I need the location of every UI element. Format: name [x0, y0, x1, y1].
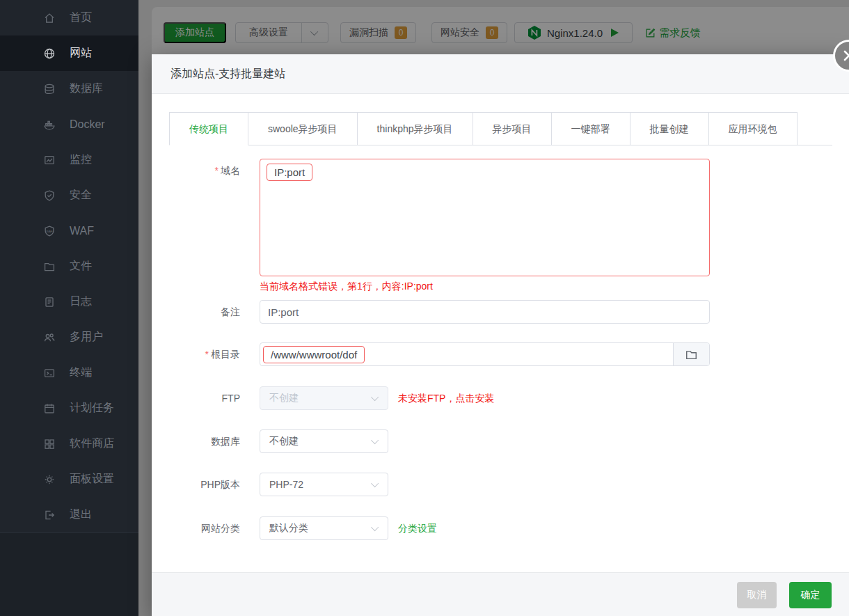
- folder-icon: [43, 260, 56, 273]
- note-row: 备注: [169, 300, 849, 324]
- sidebar-item-security[interactable]: 安全: [0, 177, 138, 213]
- add-site-dialog: 添加站点-支持批量建站 传统项目 swoole异步项目 thinkphp异步项目…: [152, 54, 849, 616]
- chevron-down-icon: [371, 393, 379, 401]
- tab-traditional[interactable]: 传统项目: [169, 112, 248, 145]
- sidebar-item-label: 多用户: [70, 330, 103, 345]
- dialog-header: 添加站点-支持批量建站: [152, 54, 849, 94]
- tab-batch-create[interactable]: 批量创建: [630, 112, 709, 145]
- sidebar-item-label: 软件商店: [70, 436, 114, 451]
- ftp-select: 不创建: [260, 386, 388, 410]
- project-type-tabs: 传统项目 swoole异步项目 thinkphp异步项目 异步项目 一键部署 批…: [169, 112, 832, 145]
- sidebar-item-website[interactable]: 网站: [0, 35, 138, 71]
- php-version-row: PHP版本 PHP-72: [169, 473, 849, 496]
- php-version-value: PHP-72: [269, 479, 303, 490]
- database-row: 数据库 不创建: [169, 429, 849, 453]
- grid-store-icon: [43, 438, 56, 450]
- note-label: 备注: [169, 300, 240, 324]
- sidebar-item-label: 终端: [70, 365, 92, 380]
- domain-label: *域名: [169, 159, 240, 182]
- dialog-title: 添加站点-支持批量建站: [170, 67, 285, 81]
- dialog-footer: 取消 确定: [152, 572, 849, 616]
- home-icon: [43, 12, 56, 24]
- sidebar-item-multiuser[interactable]: 多用户: [0, 319, 138, 355]
- tab-async[interactable]: 异步项目: [473, 112, 552, 145]
- sidebar-item-label: 日志: [70, 294, 92, 309]
- sidebar-item-database[interactable]: 数据库: [0, 71, 138, 106]
- gear-icon: [43, 473, 56, 486]
- shield-check-icon: [43, 189, 56, 202]
- ftp-row: FTP 不创建 未安装FTP，点击安装: [169, 386, 849, 410]
- sidebar-item-cron[interactable]: 计划任务: [0, 390, 138, 426]
- root-dir-input-group: /www/wwwroot/dof: [260, 342, 710, 366]
- cancel-button[interactable]: 取消: [737, 582, 777, 608]
- sidebar-item-label: 文件: [70, 259, 92, 274]
- sidebar-item-label: 安全: [70, 188, 92, 203]
- sidebar: 首页 网站 数据库 Docker 监控 安全 WAF WAF 文件: [0, 0, 138, 616]
- chevron-down-icon: [371, 436, 379, 444]
- globe-icon: [43, 47, 56, 60]
- sidebar-item-settings[interactable]: 面板设置: [0, 461, 138, 497]
- browse-folder-button[interactable]: [673, 343, 709, 365]
- sidebar-item-label: 网站: [70, 46, 92, 61]
- tab-thinkphp[interactable]: thinkphp异步项目: [358, 112, 473, 145]
- sidebar-item-files[interactable]: 文件: [0, 248, 138, 284]
- sidebar-item-label: WAF: [70, 225, 94, 237]
- site-category-row: 网站分类 默认分类 分类设置: [169, 516, 849, 540]
- ftp-select-value: 不创建: [269, 392, 299, 404]
- monitor-chart-icon: [43, 154, 56, 166]
- sidebar-item-appstore[interactable]: 软件商店: [0, 426, 138, 461]
- php-version-select[interactable]: PHP-72: [260, 473, 388, 496]
- svg-text:WAF: WAF: [46, 229, 53, 232]
- folder-icon: [685, 348, 698, 361]
- sidebar-item-label: 首页: [70, 10, 92, 25]
- sidebar-item-label: 退出: [70, 507, 92, 522]
- tab-swoole[interactable]: swoole异步项目: [248, 112, 358, 145]
- sidebar-item-label: 计划任务: [70, 401, 114, 416]
- database-label: 数据库: [169, 429, 240, 453]
- sidebar-item-home[interactable]: 首页: [0, 0, 138, 35]
- required-mark: *: [215, 165, 219, 176]
- site-category-select[interactable]: 默认分类: [260, 516, 388, 540]
- sidebar-menu: 首页 网站 数据库 Docker 监控 安全 WAF WAF 文件: [0, 0, 138, 533]
- sidebar-item-terminal[interactable]: 终端: [0, 355, 138, 390]
- domain-row: *域名 IP:port 当前域名格式错误，第1行，内容:IP:port: [169, 159, 849, 293]
- tab-app-env-package[interactable]: 应用环境包: [709, 112, 798, 145]
- log-file-icon: [43, 296, 56, 308]
- sidebar-item-label: 数据库: [70, 81, 103, 96]
- sidebar-item-logout[interactable]: 退出: [0, 497, 138, 532]
- docker-icon: [43, 118, 56, 131]
- sidebar-item-label: Docker: [70, 118, 105, 131]
- tab-filler: [798, 112, 832, 145]
- chevron-down-icon: [371, 480, 379, 487]
- sidebar-item-logs[interactable]: 日志: [0, 284, 138, 319]
- domain-value-chip: IP:port: [267, 164, 312, 181]
- category-settings-link[interactable]: 分类设置: [398, 516, 437, 540]
- note-input[interactable]: [260, 300, 710, 324]
- root-dir-value-chip: /www/wwwroot/dof: [263, 346, 365, 363]
- sidebar-item-monitor[interactable]: 监控: [0, 142, 138, 177]
- tab-one-click-deploy[interactable]: 一键部署: [552, 112, 630, 145]
- site-category-value: 默认分类: [269, 522, 308, 535]
- sidebar-item-label: 监控: [70, 152, 92, 167]
- database-select-value: 不创建: [269, 435, 299, 448]
- confirm-button[interactable]: 确定: [789, 582, 832, 608]
- sidebar-item-waf[interactable]: WAF WAF: [0, 213, 138, 248]
- domain-error-text: 当前域名格式错误，第1行，内容:IP:port: [260, 281, 710, 293]
- php-version-label: PHP版本: [169, 473, 240, 496]
- domain-textarea[interactable]: IP:port: [260, 159, 710, 276]
- database-select[interactable]: 不创建: [260, 429, 388, 453]
- close-icon: [842, 49, 849, 63]
- logout-icon: [43, 509, 56, 521]
- calendar-icon: [43, 402, 56, 415]
- ftp-label: FTP: [169, 386, 240, 410]
- required-mark: *: [205, 349, 209, 360]
- root-dir-row: *根目录 /www/wwwroot/dof: [169, 342, 849, 366]
- install-ftp-link[interactable]: 未安装FTP，点击安装: [398, 386, 494, 410]
- add-site-form: *域名 IP:port 当前域名格式错误，第1行，内容:IP:port 备注 *…: [169, 159, 849, 540]
- sidebar-item-docker[interactable]: Docker: [0, 106, 138, 142]
- site-category-label: 网站分类: [169, 516, 240, 540]
- waf-shield-icon: WAF: [43, 225, 56, 237]
- root-dir-input[interactable]: /www/wwwroot/dof: [260, 343, 673, 365]
- sidebar-item-label: 面板设置: [70, 472, 114, 487]
- database-icon: [43, 83, 56, 95]
